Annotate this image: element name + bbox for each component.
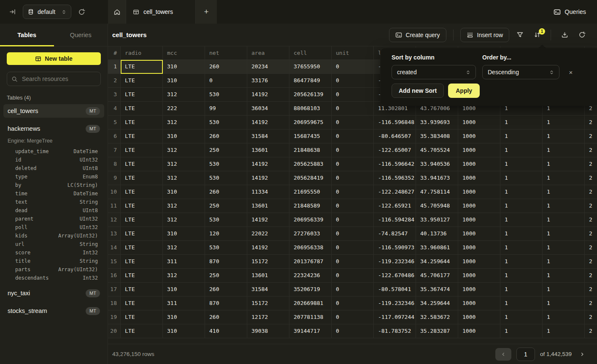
- table-cell[interactable]: 21848589: [289, 199, 332, 213]
- row-number[interactable]: 16: [108, 269, 121, 283]
- table-cell[interactable]: 15172: [247, 297, 289, 310]
- table-cell[interactable]: -122.248627: [374, 185, 416, 199]
- table-cell[interactable]: 45.705524: [416, 143, 458, 157]
- table-cell[interactable]: 2: [585, 324, 597, 338]
- table-cell[interactable]: 1: [543, 241, 585, 255]
- table-cell[interactable]: 1000: [458, 324, 500, 338]
- database-selector[interactable]: default: [23, 5, 71, 19]
- table-cell[interactable]: 14192: [247, 157, 289, 171]
- table-cell[interactable]: 312: [163, 88, 205, 102]
- table-cell[interactable]: 1: [543, 297, 585, 310]
- table-cell[interactable]: LTE: [121, 269, 163, 283]
- table-cell[interactable]: -116.590973: [374, 241, 416, 255]
- table-cell[interactable]: 0: [332, 116, 374, 129]
- table-cell[interactable]: 1000: [458, 227, 500, 241]
- table-cell[interactable]: 2: [585, 227, 597, 241]
- table-cell[interactable]: 2: [585, 297, 597, 310]
- row-number[interactable]: 17: [108, 283, 121, 297]
- table-cell[interactable]: 2: [585, 143, 597, 157]
- table-cell[interactable]: 312: [163, 241, 205, 255]
- download-button[interactable]: [558, 28, 571, 42]
- column-header[interactable]: unit: [332, 46, 374, 60]
- table-cell[interactable]: 2: [585, 310, 597, 324]
- table-cell[interactable]: 2: [585, 283, 597, 297]
- table-cell[interactable]: 1000: [458, 297, 500, 310]
- table-cell[interactable]: 205625883: [289, 157, 332, 171]
- table-cell[interactable]: 311: [163, 297, 205, 310]
- table-cell[interactable]: 530: [205, 171, 247, 185]
- table-cell[interactable]: 530: [205, 157, 247, 171]
- table-cell[interactable]: 86477849: [289, 74, 332, 88]
- table-cell[interactable]: 0: [332, 283, 374, 297]
- table-cell[interactable]: -122.65007: [374, 143, 416, 157]
- table-cell[interactable]: 222: [163, 102, 205, 116]
- sort-column-select[interactable]: created: [392, 65, 476, 79]
- table-cell[interactable]: LTE: [121, 310, 163, 324]
- table-cell[interactable]: 1000: [458, 129, 500, 143]
- table-cell[interactable]: 1: [543, 143, 585, 157]
- next-page-button[interactable]: [577, 351, 588, 358]
- row-number[interactable]: 8: [108, 157, 121, 171]
- table-cell[interactable]: 15687435: [289, 129, 332, 143]
- table-cell[interactable]: LTE: [121, 297, 163, 310]
- table-cell[interactable]: 206959675: [289, 116, 332, 129]
- table-cell[interactable]: LTE: [121, 227, 163, 241]
- table-cell[interactable]: 0: [332, 60, 374, 74]
- table-cell[interactable]: -80.646507: [374, 129, 416, 143]
- table-cell[interactable]: LTE: [121, 255, 163, 269]
- table-cell[interactable]: 1: [543, 213, 585, 227]
- row-number[interactable]: 6: [108, 129, 121, 143]
- row-number[interactable]: 7: [108, 143, 121, 157]
- table-cell[interactable]: 310: [163, 283, 205, 297]
- table-cell[interactable]: 14192: [247, 116, 289, 129]
- table-cell[interactable]: -122.670486: [374, 269, 416, 283]
- table-cell[interactable]: -119.232346: [374, 255, 416, 269]
- table-cell[interactable]: 0: [332, 88, 374, 102]
- table-cell[interactable]: 34.259644: [416, 255, 458, 269]
- table-cell[interactable]: 40.13736: [416, 227, 458, 241]
- table-cell[interactable]: 36034: [247, 102, 289, 116]
- table-cell[interactable]: 1000: [458, 143, 500, 157]
- table-cell[interactable]: 1000: [458, 185, 500, 199]
- table-cell[interactable]: -117.097244: [374, 310, 416, 324]
- sort-order-select[interactable]: Descending: [482, 65, 559, 79]
- row-number[interactable]: 18: [108, 297, 121, 310]
- table-cell[interactable]: 12172: [247, 310, 289, 324]
- table-cell[interactable]: 99: [205, 102, 247, 116]
- sidebar-item-cell-towers[interactable]: cell_towers MT: [3, 104, 104, 118]
- table-cell[interactable]: 32.583672: [416, 310, 458, 324]
- table-cell[interactable]: 0: [332, 297, 374, 310]
- row-number[interactable]: 10: [108, 185, 121, 199]
- table-cell[interactable]: 1: [500, 157, 543, 171]
- table-cell[interactable]: 35.367474: [416, 283, 458, 297]
- table-cell[interactable]: 1: [543, 269, 585, 283]
- table-cell[interactable]: 1: [500, 143, 543, 157]
- table-cell[interactable]: 260: [205, 185, 247, 199]
- table-cell[interactable]: LTE: [121, 74, 163, 88]
- table-cell[interactable]: 1: [543, 310, 585, 324]
- table-cell[interactable]: 1: [543, 185, 585, 199]
- table-cell[interactable]: 0: [332, 74, 374, 88]
- table-cell[interactable]: 120: [205, 227, 247, 241]
- table-cell[interactable]: 312: [163, 157, 205, 171]
- table-cell[interactable]: 870: [205, 297, 247, 310]
- table-cell[interactable]: 15172: [247, 255, 289, 269]
- table-cell[interactable]: 0: [332, 185, 374, 199]
- table-cell[interactable]: 1: [543, 116, 585, 129]
- insert-row-button[interactable]: Insert row: [460, 28, 509, 42]
- table-cell[interactable]: 14192: [247, 241, 289, 255]
- table-cell[interactable]: 1: [543, 324, 585, 338]
- table-cell[interactable]: 250: [205, 199, 247, 213]
- table-cell[interactable]: 250: [205, 143, 247, 157]
- table-cell[interactable]: 27276033: [289, 227, 332, 241]
- table-cell[interactable]: 1: [543, 199, 585, 213]
- table-cell[interactable]: 22324236: [289, 269, 332, 283]
- table-cell[interactable]: -80.578041: [374, 283, 416, 297]
- table-cell[interactable]: 312: [163, 171, 205, 185]
- table-cell[interactable]: 260: [205, 283, 247, 297]
- table-cell[interactable]: 1: [543, 157, 585, 171]
- table-cell[interactable]: 410: [205, 324, 247, 338]
- table-cell[interactable]: 45.706177: [416, 269, 458, 283]
- table-cell[interactable]: 21695550: [289, 185, 332, 199]
- table-cell[interactable]: 312: [163, 116, 205, 129]
